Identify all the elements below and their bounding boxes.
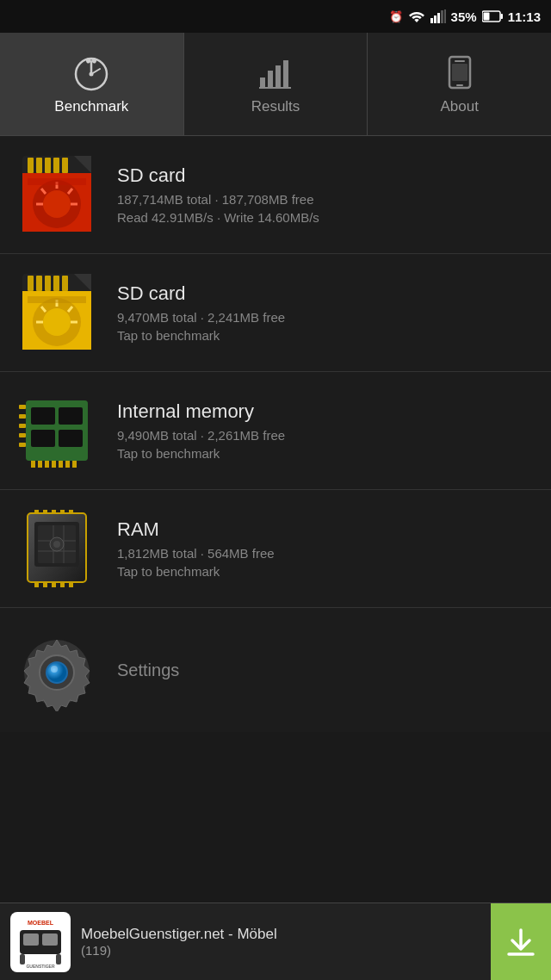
svg-rect-64 (65, 461, 70, 468)
svg-rect-52 (28, 296, 86, 303)
svg-rect-56 (59, 407, 83, 425)
svg-rect-58 (59, 430, 83, 447)
svg-rect-82 (52, 510, 56, 514)
svg-rect-12 (260, 78, 265, 88)
svg-rect-67 (19, 414, 26, 419)
sd-card-yellow-item[interactable]: SD card 9,470MB total · 2,241MB free Tap… (0, 254, 551, 372)
settings-icon (14, 627, 100, 713)
svg-rect-4 (444, 9, 446, 23)
svg-rect-102 (56, 954, 61, 964)
svg-rect-68 (19, 424, 26, 428)
svg-rect-84 (69, 510, 73, 514)
svg-rect-87 (52, 582, 56, 587)
status-bar: ⏰ 35% (0, 0, 551, 33)
svg-rect-80 (34, 510, 39, 514)
svg-rect-23 (28, 158, 34, 173)
benchmark-icon (70, 53, 113, 91)
ad-text: MoebelGuenstiger.net - Möbel (119) (81, 926, 491, 958)
ad-subtitle: (119) (81, 943, 491, 958)
ram-subtitle: 1,812MB total · 564MB free (117, 546, 537, 561)
svg-rect-27 (62, 158, 68, 173)
svg-rect-14 (276, 65, 281, 88)
tab-results[interactable]: Results (184, 33, 368, 135)
ad-title: MoebelGuenstiger.net - Möbel (81, 926, 491, 943)
sd-card-red-item[interactable]: SD card 187,714MB total · 187,708MB free… (0, 136, 551, 254)
svg-rect-40 (36, 276, 42, 291)
svg-rect-39 (28, 276, 34, 291)
internal-memory-action: Tap to benchmark (117, 446, 537, 461)
battery-icon (482, 10, 503, 22)
svg-rect-43 (62, 276, 68, 291)
ad-download-button[interactable] (491, 903, 551, 981)
svg-rect-6 (500, 14, 503, 19)
svg-rect-61 (45, 461, 49, 468)
svg-rect-99 (23, 933, 39, 946)
svg-rect-85 (34, 582, 39, 587)
svg-rect-62 (52, 461, 56, 468)
tab-benchmark[interactable]: Benchmark (0, 33, 184, 135)
svg-rect-57 (31, 430, 55, 447)
sd-card-red-info: SD card 187,714MB total · 187,708MB free… (117, 164, 537, 225)
results-icon (257, 53, 294, 91)
internal-memory-info: Internal memory 9,490MB total · 2,261MB … (117, 400, 537, 461)
signal-icon (430, 9, 446, 23)
svg-rect-18 (455, 60, 465, 62)
ram-icon (14, 506, 100, 592)
svg-rect-100 (42, 933, 58, 946)
svg-rect-101 (20, 954, 25, 964)
settings-item[interactable]: Settings (0, 608, 551, 732)
tab-about[interactable]: About (368, 33, 551, 135)
internal-memory-title: Internal memory (117, 400, 537, 423)
svg-point-11 (90, 71, 94, 76)
svg-rect-36 (28, 178, 86, 185)
svg-text:GUENSTIGER: GUENSTIGER (26, 964, 54, 969)
svg-rect-2 (437, 13, 440, 23)
svg-rect-89 (69, 582, 73, 587)
svg-rect-19 (456, 84, 463, 86)
ad-bar[interactable]: MOEBEL GUENSTIGER MoebelGuenstiger.net -… (0, 902, 551, 980)
svg-rect-83 (60, 510, 65, 514)
sd-card-yellow-action: Tap to benchmark (117, 328, 537, 343)
tab-bar: Benchmark Results About (0, 33, 551, 136)
svg-rect-3 (441, 10, 443, 23)
svg-point-46 (43, 308, 71, 336)
internal-memory-item[interactable]: Internal memory 9,490MB total · 2,261MB … (0, 372, 551, 490)
svg-rect-60 (38, 461, 42, 468)
sd-card-red-title: SD card (117, 164, 537, 187)
svg-rect-20 (452, 64, 467, 81)
svg-point-95 (47, 663, 66, 682)
svg-rect-69 (19, 433, 26, 437)
ram-title: RAM (117, 518, 537, 541)
svg-rect-24 (36, 158, 42, 173)
settings-label: Settings (117, 661, 179, 680)
internal-memory-icon (14, 388, 100, 474)
sd-card-yellow-icon (14, 270, 100, 356)
svg-point-30 (43, 190, 71, 218)
tab-benchmark-label: Benchmark (54, 98, 128, 115)
svg-rect-70 (19, 443, 26, 447)
svg-point-96 (51, 666, 58, 673)
sd-card-red-subtitle: 187,714MB total · 187,708MB free (117, 192, 537, 207)
status-icons: ⏰ 35% (389, 9, 541, 24)
sd-card-yellow-title: SD card (117, 282, 537, 305)
ram-action: Tap to benchmark (117, 564, 537, 579)
svg-rect-59 (31, 461, 35, 468)
svg-rect-55 (31, 407, 55, 425)
sd-card-yellow-subtitle: 9,470MB total · 2,241MB free (117, 310, 537, 325)
ram-item[interactable]: RAM 1,812MB total · 564MB free Tap to be… (0, 490, 551, 608)
sd-card-red-icon (14, 152, 100, 238)
main-list: SD card 187,714MB total · 187,708MB free… (0, 136, 551, 732)
svg-rect-7 (483, 13, 489, 21)
time-display: 11:13 (508, 9, 541, 24)
svg-rect-81 (43, 510, 47, 514)
svg-rect-26 (53, 158, 59, 173)
battery-percent: 35% (451, 9, 477, 24)
svg-rect-41 (45, 276, 51, 291)
svg-point-91 (53, 541, 60, 548)
svg-rect-25 (45, 158, 51, 173)
internal-memory-subtitle: 9,490MB total · 2,261MB free (117, 428, 537, 443)
ram-info: RAM 1,812MB total · 564MB free Tap to be… (117, 518, 537, 579)
svg-rect-13 (268, 71, 273, 88)
svg-rect-88 (60, 582, 65, 587)
ad-logo: MOEBEL GUENSTIGER (10, 912, 71, 972)
